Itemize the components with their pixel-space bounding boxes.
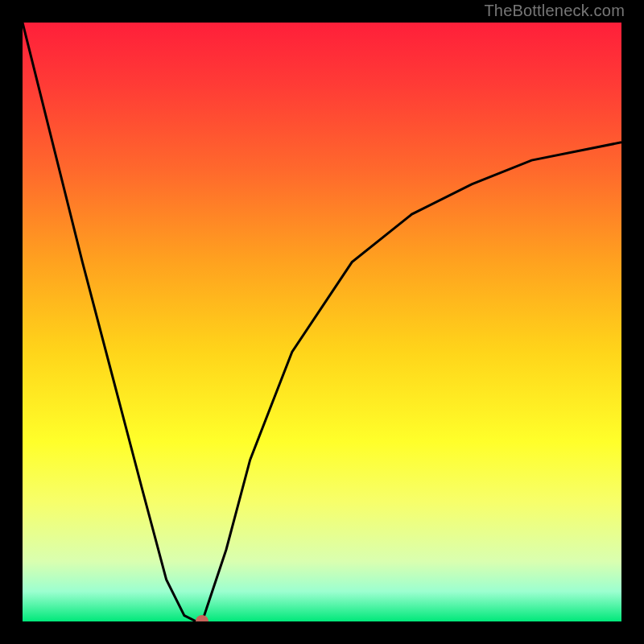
plot-area <box>23 23 621 621</box>
watermark-text: TheBottleneck.com <box>484 2 625 20</box>
chart-frame: TheBottleneck.com <box>0 0 644 644</box>
curve-svg <box>23 23 621 621</box>
curve-path <box>23 23 621 621</box>
